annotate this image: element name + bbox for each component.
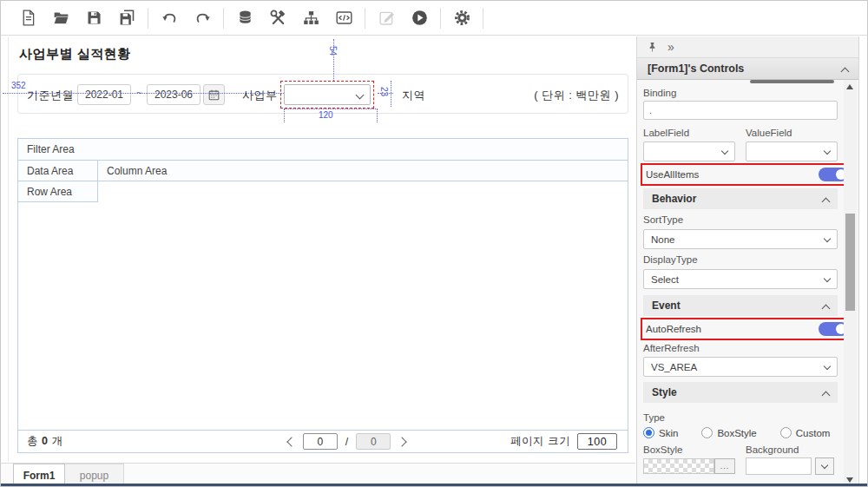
boxstyle-label: BoxStyle <box>643 444 735 455</box>
database-icon[interactable] <box>228 5 261 31</box>
radio-selected-icon <box>643 427 654 438</box>
filter-area-cell[interactable]: Filter Area <box>18 139 628 161</box>
undo-icon[interactable] <box>153 5 186 31</box>
dept-label: 사업부 <box>242 88 278 103</box>
sitemap-icon[interactable] <box>294 5 327 31</box>
window-bottom-strip <box>1 484 867 486</box>
autorefresh-row-highlight: AutoRefresh <box>641 318 855 340</box>
useallitems-label: UseAllItems <box>646 169 699 180</box>
dept-combobox[interactable] <box>284 84 371 105</box>
autorefresh-label: AutoRefresh <box>646 324 701 334</box>
labelfield-label: LabelField <box>643 128 735 138</box>
app-window: 사업부별 실적현황 기준년월 2022-01 ~ 2023-06 사업부 지역 … <box>0 0 868 487</box>
run-icon[interactable] <box>403 5 436 31</box>
page-separator: / <box>345 436 348 448</box>
save-icon[interactable] <box>77 5 110 31</box>
page-size-label: 페이지 크기 <box>510 434 570 449</box>
date-from-input[interactable]: 2022-01 <box>77 84 131 105</box>
pin-icon[interactable] <box>646 41 659 54</box>
selected-control-outline <box>280 81 374 109</box>
chevron-up-icon <box>822 391 831 399</box>
chevron-up-icon <box>822 197 831 206</box>
section-behavior[interactable]: Behavior <box>643 188 838 209</box>
grid-row-area-row: Row Area <box>18 181 628 202</box>
column-area-cell[interactable]: Column Area <box>98 161 628 181</box>
background-dropdown-button[interactable] <box>815 457 834 475</box>
sorttype-label: SortType <box>643 214 838 225</box>
displaytype-select[interactable]: Select <box>643 269 838 289</box>
save-all-icon[interactable] <box>110 5 143 31</box>
chevron-down-icon <box>356 91 365 100</box>
background-input[interactable] <box>746 457 812 475</box>
boxstyle-control: ... <box>643 457 735 475</box>
chevron-down-icon <box>824 234 831 241</box>
panel-scrollbar[interactable] <box>844 80 857 487</box>
style-controls-row: ... <box>643 457 838 475</box>
total-count: 총0개 <box>18 434 183 449</box>
pivot-grid: Filter Area Data Area Column Area Row Ar… <box>17 138 628 453</box>
redo-icon[interactable] <box>186 5 219 31</box>
chevron-down-icon <box>824 362 831 369</box>
displaytype-label: DisplayType <box>643 254 838 265</box>
scroll-up-icon[interactable] <box>846 84 853 89</box>
form-tabbar: Form1 popup <box>1 463 635 485</box>
chevron-down-icon <box>721 147 728 154</box>
region-label: 지역 <box>402 88 425 103</box>
page-size-input[interactable]: 100 <box>577 433 617 450</box>
grid-footer: 총0개 0 / 0 페이지 크기 100 <box>18 430 628 452</box>
radio-icon <box>701 427 713 438</box>
background-control <box>746 457 838 475</box>
properties-panel: » [Form1]'s Controls Binding . LabelFiel… <box>636 36 859 487</box>
radio-custom[interactable]: Custom <box>780 427 831 438</box>
style-type-radios: Skin BoxStyle Custom <box>643 427 838 438</box>
background-label: Background <box>746 444 838 455</box>
tools-icon[interactable] <box>261 5 294 31</box>
collapse-panel-icon[interactable]: » <box>667 41 674 53</box>
useallitems-row-highlight: UseAllItems <box>641 163 855 186</box>
edit-icon <box>370 5 403 31</box>
code-view-icon[interactable] <box>327 5 360 31</box>
grid-header-row: Data Area Column Area <box>18 161 628 181</box>
toolbar-separator <box>483 8 483 29</box>
boxstyle-ellipsis-button[interactable]: ... <box>714 458 735 474</box>
data-area-cell[interactable]: Data Area <box>18 161 98 181</box>
total-count-value: 0 <box>42 435 48 447</box>
chevron-down-icon <box>824 147 831 154</box>
section-style[interactable]: Style <box>643 382 838 403</box>
chevron-up-icon <box>822 304 831 313</box>
scroll-down-icon[interactable] <box>846 477 853 483</box>
next-page-icon[interactable] <box>398 437 407 446</box>
date-to-input[interactable]: 2023-06 <box>147 84 201 105</box>
current-page-input[interactable]: 0 <box>303 433 338 450</box>
radio-boxstyle[interactable]: BoxStyle <box>701 427 756 438</box>
binding-input[interactable]: . <box>643 101 838 120</box>
settings-gear-icon[interactable] <box>445 5 478 31</box>
toolbar-separator <box>365 8 365 29</box>
field-selects-row <box>643 141 838 161</box>
section-event[interactable]: Event <box>643 295 838 316</box>
panel-header-title: [Form1]'s Controls <box>648 63 744 75</box>
sorttype-select[interactable]: None <box>643 229 838 249</box>
calendar-button[interactable] <box>203 84 225 105</box>
new-file-icon[interactable] <box>11 5 44 31</box>
valuefield-select[interactable] <box>746 141 838 161</box>
prev-page-icon[interactable] <box>286 437 296 446</box>
toolbar-separator <box>148 8 148 29</box>
toolbar-separator <box>223 8 224 29</box>
page-size-group: 페이지 크기 100 <box>510 433 628 450</box>
radio-skin[interactable]: Skin <box>643 427 678 438</box>
boxstyle-swatch[interactable] <box>643 458 714 474</box>
row-area-cell[interactable]: Row Area <box>18 181 98 202</box>
main-toolbar <box>1 1 867 36</box>
radio-icon <box>780 427 792 438</box>
afterrefresh-select[interactable]: VS_AREA <box>643 357 838 377</box>
panel-pinbar: » <box>637 36 858 58</box>
scrollbar-thumb[interactable] <box>845 214 855 311</box>
labelfield-select[interactable] <box>643 141 735 161</box>
valuefield-label: ValueField <box>746 128 838 138</box>
open-folder-icon[interactable] <box>44 5 77 31</box>
calendar-icon <box>207 89 220 102</box>
field-labels-row: LabelField ValueField <box>643 128 838 138</box>
type-label: Type <box>643 412 838 423</box>
panel-header[interactable]: [Form1]'s Controls <box>637 58 858 80</box>
